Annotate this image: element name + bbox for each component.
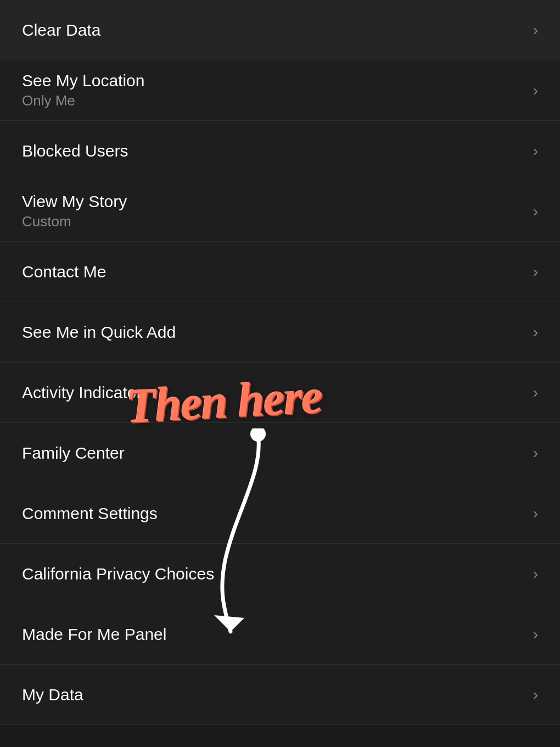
menu-item-title-comment-settings: Comment Settings xyxy=(22,504,158,523)
menu-item-title-see-me-in-quick-add: See Me in Quick Add xyxy=(22,323,176,342)
menu-item-content-california-privacy-choices: California Privacy Choices xyxy=(22,565,214,583)
menu-item-content-comment-settings: Comment Settings xyxy=(22,504,158,523)
menu-item-title-see-my-location: See My Location xyxy=(22,71,144,90)
chevron-icon-family-center: › xyxy=(533,444,538,462)
menu-item-family-center[interactable]: Family Center› xyxy=(0,423,560,483)
chevron-icon-comment-settings: › xyxy=(533,505,538,522)
menu-item-my-data[interactable]: My Data› xyxy=(0,665,560,725)
menu-item-title-contact-me: Contact Me xyxy=(22,263,106,281)
menu-item-title-clear-data: Clear Data xyxy=(22,21,100,40)
menu-item-content-my-data: My Data xyxy=(22,685,83,704)
menu-item-content-blocked-users: Blocked Users xyxy=(22,142,128,160)
chevron-icon-contact-me: › xyxy=(533,263,538,281)
menu-item-title-activity-indicator: Activity Indicator xyxy=(22,383,142,402)
chevron-icon-my-data: › xyxy=(533,686,538,704)
menu-item-view-my-story[interactable]: View My StoryCustom› xyxy=(0,181,560,242)
settings-menu: Clear Data›See My LocationOnly Me›Blocke… xyxy=(0,0,560,725)
menu-item-clear-data[interactable]: Clear Data› xyxy=(0,0,560,60)
menu-item-content-activity-indicator: Activity Indicator xyxy=(22,383,142,402)
menu-item-title-made-for-me-panel: Made For Me Panel xyxy=(22,625,166,644)
menu-item-content-contact-me: Contact Me xyxy=(22,263,106,281)
chevron-icon-blocked-users: › xyxy=(533,142,538,160)
menu-item-subtitle-view-my-story: Custom xyxy=(22,213,127,230)
menu-item-activity-indicator[interactable]: Activity Indicator› xyxy=(0,363,560,423)
menu-item-california-privacy-choices[interactable]: California Privacy Choices› xyxy=(0,544,560,604)
menu-item-blocked-users[interactable]: Blocked Users› xyxy=(0,121,560,181)
menu-item-content-see-me-in-quick-add: See Me in Quick Add xyxy=(22,323,176,342)
menu-item-title-california-privacy-choices: California Privacy Choices xyxy=(22,565,214,583)
chevron-icon-california-privacy-choices: › xyxy=(533,565,538,583)
chevron-icon-activity-indicator: › xyxy=(533,384,538,402)
menu-item-content-see-my-location: See My LocationOnly Me xyxy=(22,71,144,109)
chevron-icon-view-my-story: › xyxy=(533,203,538,220)
menu-item-content-clear-data: Clear Data xyxy=(22,21,100,40)
menu-item-content-made-for-me-panel: Made For Me Panel xyxy=(22,625,166,644)
menu-item-contact-me[interactable]: Contact Me› xyxy=(0,242,560,302)
menu-item-title-blocked-users: Blocked Users xyxy=(22,142,128,160)
menu-item-comment-settings[interactable]: Comment Settings› xyxy=(0,483,560,544)
chevron-icon-made-for-me-panel: › xyxy=(533,626,538,643)
chevron-icon-see-me-in-quick-add: › xyxy=(533,324,538,341)
chevron-icon-clear-data: › xyxy=(533,21,538,39)
chevron-icon-see-my-location: › xyxy=(533,82,538,99)
menu-item-see-my-location[interactable]: See My LocationOnly Me› xyxy=(0,60,560,121)
menu-item-see-me-in-quick-add[interactable]: See Me in Quick Add› xyxy=(0,302,560,363)
menu-item-title-view-my-story: View My Story xyxy=(22,192,127,211)
menu-item-content-family-center: Family Center xyxy=(22,444,125,462)
menu-item-subtitle-see-my-location: Only Me xyxy=(22,92,144,109)
menu-item-title-family-center: Family Center xyxy=(22,444,125,462)
menu-item-made-for-me-panel[interactable]: Made For Me Panel› xyxy=(0,604,560,665)
menu-item-content-view-my-story: View My StoryCustom xyxy=(22,192,127,230)
menu-item-title-my-data: My Data xyxy=(22,685,83,704)
